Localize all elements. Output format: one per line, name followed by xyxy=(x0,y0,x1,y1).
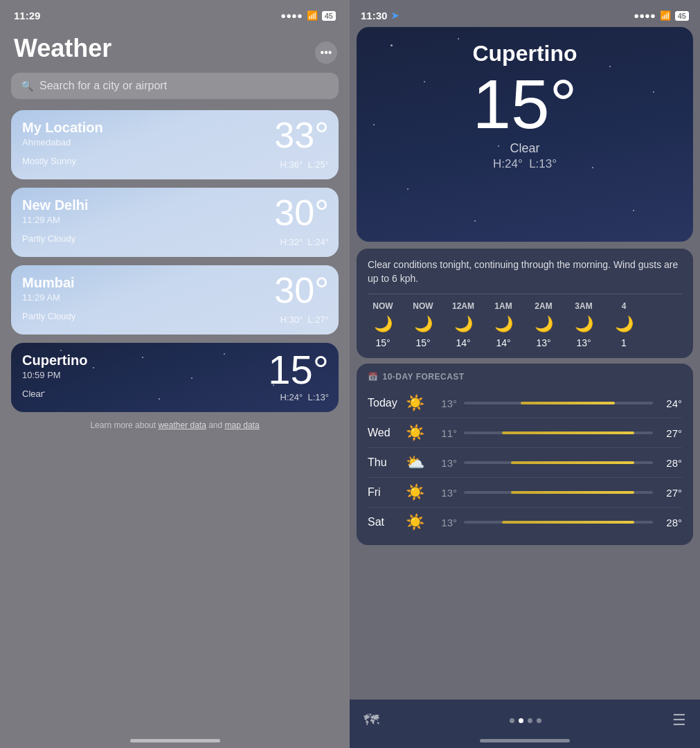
status-icons-left: ●●●● 📶 45 xyxy=(280,10,336,21)
weather-title: Weather xyxy=(0,27,350,73)
right-panel: 11:30 ➤ ●●●● 📶 45 Cupertino 15° Clear xyxy=(350,0,700,748)
card-my-location[interactable]: My Location Ahmedabad Mostly Sunny 33° H… xyxy=(11,110,339,179)
time-right: 11:30 xyxy=(361,10,387,21)
main-temp: 15° xyxy=(370,69,679,139)
hourly-temp-4: 13° xyxy=(536,337,550,348)
status-bar-left: 11:29 ●●●● 📶 45 xyxy=(0,0,350,27)
hourly-scroll: Now 🌙 15° Now 🌙 15° 12AM 🌙 14° 1AM 🌙 14°… xyxy=(368,301,682,348)
weather-data-link[interactable]: weather data xyxy=(158,420,206,430)
hourly-icon-5: 🌙 xyxy=(575,315,593,333)
card-hl-1: H:32° L:24° xyxy=(280,237,329,247)
forecast-row-fri: Fri ☀️ 13° 27° xyxy=(368,478,682,508)
forecast-bar-3 xyxy=(511,491,634,494)
more-button[interactable]: ••• xyxy=(315,42,337,64)
main-hl: H:24° L:13° xyxy=(370,157,679,171)
main-condition: Clear xyxy=(370,141,679,156)
card-temp-0: 33° xyxy=(274,117,329,153)
time-left: 11:29 xyxy=(14,10,40,21)
battery-left: 45 xyxy=(322,11,336,21)
forecast-card: 📅 10-DAY FORECAST Today ☀️ 13° 24° Wed ☀… xyxy=(357,364,693,545)
card-new-delhi[interactable]: New Delhi 11:29 AM Partly Cloudy 30° H:3… xyxy=(11,188,339,257)
condition-description: Clear conditions tonight, continuing thr… xyxy=(368,258,682,294)
hourly-item-1: Now 🌙 15° xyxy=(408,301,438,348)
hourly-item-6: 4 🌙 1 xyxy=(609,301,639,348)
forecast-low-3: 13° xyxy=(431,487,457,499)
hourly-temp-5: 13° xyxy=(576,337,591,348)
hourly-label-5: 3AM xyxy=(575,301,592,311)
card-hl-0: H:36° L:25° xyxy=(280,159,329,170)
hourly-icon-4: 🌙 xyxy=(535,315,553,333)
battery-right: 45 xyxy=(675,11,689,21)
forecast-day-2: Thu xyxy=(368,456,406,469)
left-panel: 11:29 ●●●● 📶 45 ••• Weather 🔍 Search for… xyxy=(0,0,350,748)
forecast-bar-container-1 xyxy=(464,431,653,434)
forecast-icon-4: ☀️ xyxy=(406,513,431,531)
forecast-header: 📅 10-DAY FORECAST xyxy=(368,372,682,382)
status-bar-right: 11:30 ➤ ●●●● 📶 45 xyxy=(350,0,700,27)
dot-1 xyxy=(519,718,523,723)
forecast-bar-container-0 xyxy=(464,402,653,404)
list-nav-icon[interactable]: ☰ xyxy=(672,711,686,729)
dot-3 xyxy=(537,718,541,723)
hourly-item-2: 12AM 🌙 14° xyxy=(448,301,478,348)
footer-text: Learn more about weather data and map da… xyxy=(0,420,350,430)
forecast-high-1: 27° xyxy=(660,427,682,439)
card-hl-2: H:30° L:27° xyxy=(280,314,329,325)
hourly-label-2: 12AM xyxy=(452,301,474,311)
hourly-icon-3: 🌙 xyxy=(494,315,513,333)
forecast-row-thu: Thu ⛅ 13° 28° xyxy=(368,448,682,478)
forecast-icon-0: ☀️ xyxy=(406,394,431,412)
forecast-day-0: Today xyxy=(368,397,406,409)
forecast-day-4: Sat xyxy=(368,516,406,528)
card-cupertino[interactable]: Cupertino 10:59 PM Clear 15° H:24° L:13° xyxy=(11,343,339,412)
forecast-row-wed: Wed ☀️ 11° 27° xyxy=(368,418,682,448)
signal-icon-right: ●●●● xyxy=(634,10,655,21)
wifi-icon-right: 📶 xyxy=(660,10,671,21)
map-nav-icon[interactable]: 🗺 xyxy=(364,711,379,729)
home-indicator-right xyxy=(480,739,570,742)
forecast-bar-container-4 xyxy=(464,521,653,524)
hourly-icon-0: 🌙 xyxy=(374,315,393,333)
location-arrow-icon: ➤ xyxy=(391,10,399,21)
hourly-item-5: 3AM 🌙 13° xyxy=(568,301,599,348)
forecast-bar-1 xyxy=(502,431,634,434)
forecast-low-2: 13° xyxy=(431,457,457,469)
forecast-icon-2: ⛅ xyxy=(406,454,431,472)
hourly-temp-1: 15° xyxy=(415,337,430,348)
forecast-low-1: 11° xyxy=(431,427,457,439)
forecast-bar-container-3 xyxy=(464,491,653,494)
card-temp-2: 30° xyxy=(274,272,329,308)
hourly-item-4: 2AM 🌙 13° xyxy=(528,301,559,348)
hourly-temp-6: 1 xyxy=(621,337,627,348)
hourly-label-6: 4 xyxy=(622,301,627,311)
forecast-day-1: Wed xyxy=(368,427,406,439)
forecast-row-sat: Sat ☀️ 13° 28° xyxy=(368,508,682,537)
hourly-label-1: Now xyxy=(413,301,433,311)
forecast-high-4: 28° xyxy=(660,517,682,528)
dot-indicators xyxy=(510,718,541,723)
forecast-bar-4 xyxy=(502,521,634,524)
forecast-high-3: 27° xyxy=(660,487,682,499)
card-temp-1: 30° xyxy=(274,195,329,231)
hourly-label-0: Now xyxy=(373,301,393,311)
main-weather-card[interactable]: Cupertino 15° Clear H:24° L:13° xyxy=(357,27,693,242)
wifi-icon: 📶 xyxy=(307,10,318,21)
map-data-link[interactable]: map data xyxy=(225,420,260,430)
card-mumbai[interactable]: Mumbai 11:29 AM Partly Cloudy 30° H:30° … xyxy=(11,265,339,335)
search-bar[interactable]: 🔍 Search for a city or airport xyxy=(11,73,339,99)
forecast-row-today: Today ☀️ 13° 24° xyxy=(368,389,682,418)
forecast-day-3: Fri xyxy=(368,486,406,499)
home-indicator-left xyxy=(130,739,220,742)
forecast-icon-3: ☀️ xyxy=(406,483,431,501)
card-hl-3: H:24° L:13° xyxy=(280,392,329,402)
hourly-label-3: 1AM xyxy=(494,301,512,311)
calendar-icon: 📅 xyxy=(368,372,379,382)
forecast-low-0: 13° xyxy=(431,398,457,409)
search-icon: 🔍 xyxy=(21,80,34,92)
hourly-icon-2: 🌙 xyxy=(454,315,473,333)
status-right-left: 11:30 ➤ xyxy=(361,10,399,21)
hourly-item-0: Now 🌙 15° xyxy=(368,301,398,348)
forecast-low-4: 13° xyxy=(431,517,457,528)
hourly-temp-2: 14° xyxy=(456,337,470,348)
hourly-icon-1: 🌙 xyxy=(414,315,433,333)
